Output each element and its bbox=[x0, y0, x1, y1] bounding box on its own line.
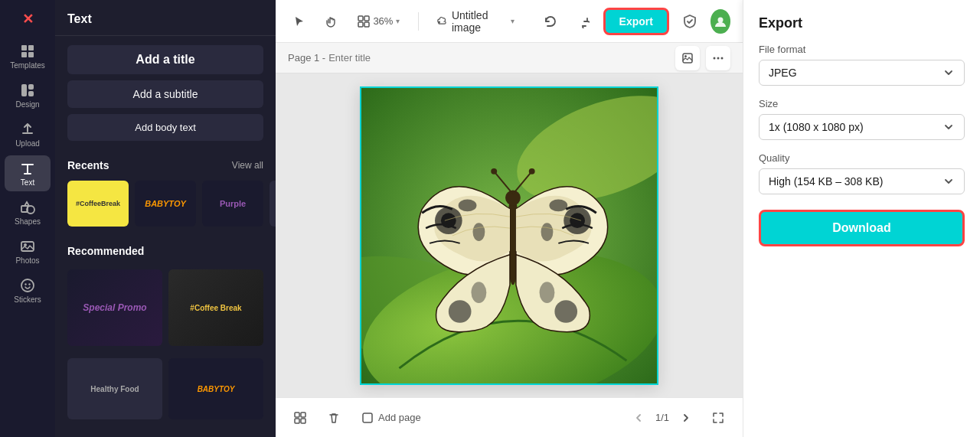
svg-rect-16 bbox=[364, 16, 369, 21]
project-name-label: Untitled image bbox=[452, 9, 506, 34]
sidebar-item-stickers[interactable]: Stickers bbox=[5, 272, 51, 308]
recent-label-1: #CoffeeBreak bbox=[76, 200, 120, 207]
undo-icon bbox=[544, 15, 557, 28]
cursor-icon bbox=[292, 15, 306, 28]
shapes-icon bbox=[19, 199, 36, 216]
prev-page-button[interactable] bbox=[628, 407, 649, 429]
recent-item-coffee[interactable]: #CoffeeBreak bbox=[67, 181, 129, 227]
sidebar-item-upload[interactable]: Upload bbox=[5, 116, 51, 152]
logo-button[interactable]: ✕ bbox=[5, 6, 51, 32]
svg-point-38 bbox=[459, 199, 477, 211]
svg-rect-2 bbox=[21, 52, 27, 57]
sidebar-item-label: Text bbox=[21, 178, 34, 187]
add-page-label: Add page bbox=[378, 412, 421, 423]
recents-section-header: Recents View all bbox=[55, 150, 276, 178]
redo-button[interactable] bbox=[571, 8, 594, 35]
sidebar-item-label: Design bbox=[15, 100, 39, 109]
svg-point-41 bbox=[570, 213, 585, 228]
more-icon bbox=[712, 52, 724, 64]
shield-button[interactable] bbox=[678, 8, 701, 35]
size-group: Size 1x (1080 x 1080 px) bbox=[759, 98, 965, 140]
sidebar-item-label: Templates bbox=[10, 61, 45, 70]
svg-point-34 bbox=[491, 168, 497, 174]
panel-header: Text bbox=[55, 0, 276, 36]
sidebar-item-photos[interactable]: Photos bbox=[5, 233, 51, 269]
svg-point-45 bbox=[472, 282, 487, 303]
recent-thumb-1: #CoffeeBreak bbox=[67, 181, 129, 227]
image-tool-button[interactable] bbox=[675, 46, 700, 70]
recent-item-babytoy[interactable]: BABYTOY bbox=[135, 181, 196, 227]
recommended-item-coffee-break[interactable]: #Coffee Break bbox=[168, 269, 263, 346]
svg-rect-6 bbox=[28, 91, 34, 96]
expand-button[interactable] bbox=[706, 406, 730, 430]
top-bar: 36% ▾ Untitled image ▾ Export bbox=[276, 0, 743, 43]
svg-point-47 bbox=[540, 282, 555, 303]
file-format-value: JPEG bbox=[769, 67, 797, 79]
svg-rect-51 bbox=[301, 419, 305, 423]
size-label: Size bbox=[759, 98, 965, 109]
svg-point-23 bbox=[714, 57, 716, 59]
export-panel-title: Export bbox=[759, 15, 965, 31]
zoom-button[interactable]: 36% ▾ bbox=[351, 12, 406, 31]
recent-label-3: Purple bbox=[220, 199, 246, 208]
quality-select[interactable]: High (154 KB – 308 KB) bbox=[759, 168, 965, 194]
svg-point-39 bbox=[472, 223, 485, 241]
size-select[interactable]: 1x (1080 x 1080 px) bbox=[759, 114, 965, 140]
add-subtitle-button[interactable]: Add a subtitle bbox=[67, 80, 263, 108]
recents-next-arrow[interactable]: › bbox=[270, 181, 276, 227]
bottom-bar: Add page 1/1 bbox=[276, 397, 743, 437]
page-nav: 1/1 bbox=[628, 407, 697, 429]
rec-label-3: Healthy Food bbox=[90, 385, 139, 393]
file-format-select[interactable]: JPEG bbox=[759, 60, 965, 86]
upload-icon bbox=[19, 121, 36, 138]
view-all-button[interactable]: View all bbox=[232, 160, 263, 171]
svg-point-24 bbox=[717, 57, 720, 59]
delete-page-button[interactable] bbox=[322, 406, 346, 430]
icon-bar: ✕ Templates Design Uplo bbox=[0, 0, 55, 437]
undo-button[interactable] bbox=[539, 8, 562, 35]
thumbnail-grid-icon bbox=[293, 411, 307, 425]
recent-thumb-2: BABYTOY bbox=[135, 181, 196, 227]
add-body-button[interactable]: Add body text bbox=[67, 114, 263, 141]
expand-icon bbox=[711, 411, 725, 425]
next-page-button[interactable] bbox=[675, 407, 697, 429]
add-page-button[interactable]: Add page bbox=[355, 409, 427, 427]
size-value: 1x (1080 x 1080 px) bbox=[769, 121, 864, 133]
sidebar-item-templates[interactable]: Templates bbox=[5, 38, 51, 74]
hand-icon bbox=[325, 15, 338, 28]
recommended-item-special-promo[interactable]: Special Promo bbox=[67, 269, 162, 346]
recent-item-purple[interactable]: Purple bbox=[202, 181, 263, 227]
recommended-grid: Special Promo #Coffee Break bbox=[55, 269, 276, 346]
page-title-input[interactable] bbox=[328, 52, 457, 64]
hand-tool-button[interactable] bbox=[320, 8, 343, 35]
add-title-button[interactable]: Add a title bbox=[67, 45, 263, 74]
sidebar-item-text[interactable]: Text bbox=[5, 155, 51, 191]
text-buttons-container: Add a title Add a subtitle Add body text bbox=[55, 36, 276, 150]
export-button[interactable]: Export bbox=[603, 8, 669, 35]
recents-grid: #CoffeeBreak BABYTOY Purple › bbox=[55, 178, 276, 236]
user-avatar-icon bbox=[713, 14, 728, 29]
canvas-scroll[interactable] bbox=[276, 73, 743, 397]
recommended-item-3[interactable]: Healthy Food bbox=[67, 358, 162, 419]
svg-point-35 bbox=[529, 168, 535, 174]
sidebar-item-label: Stickers bbox=[14, 295, 41, 304]
download-button[interactable]: Download bbox=[759, 210, 965, 246]
zoom-level: 36% bbox=[373, 15, 393, 27]
avatar[interactable] bbox=[710, 9, 730, 34]
shield-icon bbox=[681, 13, 698, 30]
sidebar-item-design[interactable]: Design bbox=[5, 77, 51, 113]
chevron-down-icon bbox=[942, 67, 955, 79]
sidebar-item-shapes[interactable]: Shapes bbox=[5, 194, 51, 230]
chevron-left-icon bbox=[633, 413, 644, 423]
sidebar-item-label: Shapes bbox=[15, 217, 41, 226]
grid-view-button[interactable] bbox=[288, 406, 312, 430]
svg-point-13 bbox=[24, 283, 26, 285]
project-name-button[interactable]: Untitled image ▾ bbox=[431, 6, 521, 37]
canvas-frame[interactable] bbox=[360, 86, 658, 385]
grid-icon bbox=[19, 43, 36, 60]
recommended-item-4[interactable]: BABYTOY bbox=[168, 358, 263, 419]
select-tool-button[interactable] bbox=[288, 8, 311, 35]
more-options-button[interactable] bbox=[706, 46, 730, 70]
left-panel: Text Add a title Add a subtitle Add body… bbox=[55, 0, 276, 437]
svg-rect-1 bbox=[28, 45, 34, 51]
